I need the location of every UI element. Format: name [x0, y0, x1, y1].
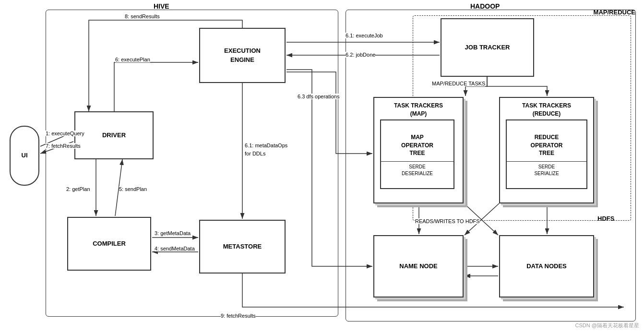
label-6: 6: executePlan	[115, 57, 150, 62]
label-6-1-exec: 6.1: executeJob	[346, 33, 383, 38]
label-6-3: 6.3 dfs operations	[298, 94, 339, 99]
label-4: 4: sendMetaData	[155, 246, 195, 251]
label-1: 1: executeQuery	[46, 131, 84, 136]
hive-label: HIVE	[154, 2, 169, 10]
label-hdfs-rw: READS/WRITES TO HDFS	[415, 218, 480, 224]
map-op-tree-box: MAPOPERATORTREE SERDEDESERIALIZE	[380, 119, 454, 189]
ui-box: UI	[10, 126, 39, 186]
label-mr-tasks: MAP/REDUCE TASKS	[432, 81, 485, 86]
label-9: 9: fetchResults	[221, 313, 256, 319]
mapreduce-label: MAP/REDUCE	[594, 9, 635, 16]
label-6-1-meta: 6.1: metaDataOpsfor DDLs	[245, 142, 287, 157]
diagram: HIVE HADOOP MAP/REDUCE HDFS UI DRIVER CO…	[0, 0, 644, 333]
watermark: CSDN @隔着天花板看星星	[575, 322, 639, 329]
label-8: 8: sendResults	[125, 13, 160, 19]
label-5: 5: sendPlan	[119, 186, 147, 192]
label-6-2: 6.2: jobDone	[346, 52, 375, 58]
metastore-box: METASTORE	[199, 220, 286, 274]
label-2: 2: getPlan	[66, 186, 90, 192]
execution-engine-box: EXECUTIONENGINE	[199, 28, 286, 83]
task-trackers-reduce-box: TASK TRACKERS(REDUCE) REDUCEOPERATORTREE…	[499, 97, 594, 203]
hadoop-label: HADOOP	[470, 2, 500, 10]
data-nodes-box: DATA NODES	[499, 235, 594, 297]
name-node-box: NAME NODE	[373, 235, 464, 297]
driver-box: DRIVER	[74, 111, 154, 159]
reduce-op-tree-box: REDUCEOPERATORTREE SERDESERIALIZE	[506, 119, 587, 189]
label-7: 7: fetchResults	[46, 143, 81, 149]
hdfs-label: HDFS	[597, 215, 614, 222]
label-3: 3: getMetaData	[155, 230, 191, 236]
task-trackers-map-box: TASK TRACKERS(MAP) MAPOPERATORTREE SERDE…	[373, 97, 464, 203]
hive-region	[46, 10, 338, 317]
compiler-box: COMPILER	[67, 217, 151, 271]
job-tracker-box: JOB TRACKER	[441, 18, 534, 77]
